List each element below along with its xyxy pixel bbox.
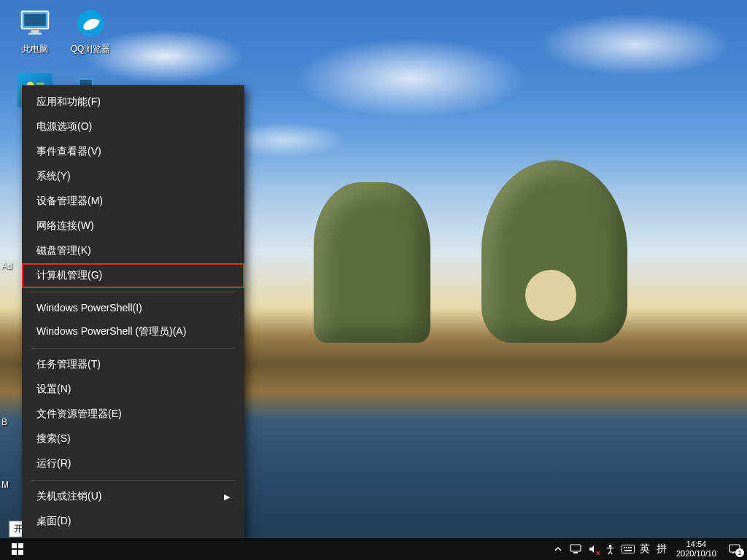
menu-item-label: 应用和功能(F) — [36, 96, 101, 109]
tray-ime-mode[interactable]: 拼 — [654, 538, 670, 560]
svg-rect-20 — [570, 545, 581, 551]
desktop-icon-this-pc[interactable]: 此电脑 — [7, 6, 63, 54]
winx-menu-item[interactable]: 事件查看器(V) — [22, 139, 244, 164]
tray-ease-of-access-icon[interactable] — [602, 538, 619, 560]
desktop-icon-partial-label: M — [1, 480, 9, 490]
monitor-icon — [18, 6, 53, 41]
winx-menu-item[interactable]: 运行(R) — [22, 451, 244, 476]
winx-menu-item[interactable]: Windows PowerShell(I) — [22, 296, 244, 319]
ime-mode-label: 拼 — [657, 542, 667, 556]
winx-menu-item[interactable]: 设备管理器(M) — [22, 189, 244, 214]
svg-rect-16 — [12, 543, 17, 548]
tray-keyboard-icon[interactable] — [619, 538, 637, 560]
menu-item-label: 电源选项(O) — [36, 120, 92, 133]
mute-cross-icon: ✕ — [595, 550, 601, 557]
system-tray: ✕ 英 拼 14:54 2020/10/10 1 — [549, 538, 747, 560]
menu-item-label: 系统(Y) — [36, 170, 71, 183]
tray-action-center[interactable]: 1 — [722, 538, 747, 560]
winx-menu-item[interactable]: 搜索(S) — [22, 427, 244, 451]
menu-separator — [31, 480, 236, 481]
taskbar: ✕ 英 拼 14:54 2020/10/10 1 — [0, 538, 747, 560]
menu-item-label: 关机或注销(U) — [36, 490, 101, 503]
svg-rect-24 — [624, 547, 625, 548]
winx-menu-item[interactable]: 应用和功能(F) — [22, 90, 244, 114]
svg-rect-25 — [626, 547, 627, 548]
menu-item-label: Windows PowerShell (管理员)(A) — [36, 325, 186, 338]
tray-volume-muted-icon[interactable]: ✕ — [584, 538, 602, 560]
svg-rect-27 — [630, 547, 632, 548]
desktop-icon-label: 此电脑 — [7, 44, 63, 54]
winx-menu-item[interactable]: 设置(N) — [22, 377, 244, 402]
menu-item-label: 文件资源管理器(E) — [36, 408, 122, 421]
menu-item-label: 计算机管理(G) — [36, 269, 102, 282]
menu-item-label: Windows PowerShell(I) — [36, 302, 142, 314]
svg-rect-18 — [12, 550, 17, 555]
tray-display-icon[interactable] — [567, 538, 584, 560]
menu-separator — [31, 292, 236, 292]
winx-menu-item[interactable]: 文件资源管理器(E) — [22, 402, 244, 427]
menu-item-label: 磁盘管理(K) — [36, 244, 91, 257]
winx-menu-item[interactable]: 桌面(D) — [22, 509, 244, 534]
wallpaper-rock-arch — [481, 160, 627, 343]
submenu-arrow-icon: ▶ — [224, 492, 230, 502]
winx-menu-item[interactable]: 计算机管理(G) — [22, 263, 244, 288]
winx-menu-item[interactable]: Windows PowerShell (管理员)(A) — [22, 319, 244, 344]
wallpaper-rock — [314, 182, 430, 343]
svg-rect-28 — [624, 550, 632, 551]
svg-point-22 — [609, 544, 612, 547]
desktop[interactable]: 此电脑 QQ浏览器 Ad B M 开始 应用和功能(F)电源选项(O)事件查看器… — [0, 0, 747, 560]
tray-clock[interactable]: 14:54 2020/10/10 — [670, 540, 722, 559]
tray-date: 2020/10/10 — [676, 549, 716, 559]
menu-item-label: 网络连接(W) — [36, 219, 94, 233]
menu-item-label: 设备管理器(M) — [36, 195, 103, 208]
tray-overflow-chevron-icon[interactable] — [549, 538, 567, 560]
desktop-icon-qq-browser[interactable]: QQ浏览器 — [63, 6, 118, 54]
windows-logo-icon — [12, 543, 23, 555]
winx-menu-item[interactable]: 磁盘管理(K) — [22, 238, 244, 263]
qq-browser-icon — [73, 6, 108, 41]
winx-menu-item[interactable]: 系统(Y) — [22, 164, 244, 189]
svg-rect-3 — [28, 33, 42, 35]
svg-rect-21 — [573, 552, 578, 553]
notification-badge: 1 — [735, 548, 744, 557]
menu-item-label: 搜索(S) — [36, 432, 71, 446]
menu-item-label: 设置(N) — [36, 383, 71, 396]
menu-item-label: 任务管理器(T) — [36, 358, 101, 371]
svg-rect-2 — [31, 30, 39, 33]
menu-item-label: 事件查看器(V) — [36, 145, 101, 158]
menu-item-label: 运行(R) — [36, 457, 71, 470]
winx-menu-item[interactable]: 网络连接(W) — [22, 214, 244, 238]
winx-menu-item[interactable]: 任务管理器(T) — [22, 352, 244, 377]
svg-rect-23 — [622, 545, 634, 553]
winx-menu-item[interactable]: 关机或注销(U)▶ — [22, 484, 244, 509]
tray-time: 14:54 — [676, 540, 716, 549]
tray-ime-language[interactable]: 英 — [637, 538, 654, 560]
svg-rect-26 — [628, 547, 630, 548]
desktop-icon-partial-label: Ad — [1, 261, 12, 271]
svg-rect-17 — [18, 543, 23, 548]
svg-rect-1 — [24, 14, 45, 26]
ime-lang-label: 英 — [640, 542, 651, 556]
menu-separator — [31, 348, 236, 349]
start-button[interactable] — [0, 538, 35, 560]
winx-menu-item[interactable]: 电源选项(O) — [22, 114, 244, 139]
desktop-icon-label: QQ浏览器 — [63, 44, 118, 54]
svg-rect-19 — [18, 550, 23, 555]
desktop-icon-partial-label: B — [1, 417, 7, 427]
winx-context-menu: 应用和功能(F)电源选项(O)事件查看器(V)系统(Y)设备管理器(M)网络连接… — [22, 85, 244, 538]
menu-item-label: 桌面(D) — [36, 515, 71, 528]
